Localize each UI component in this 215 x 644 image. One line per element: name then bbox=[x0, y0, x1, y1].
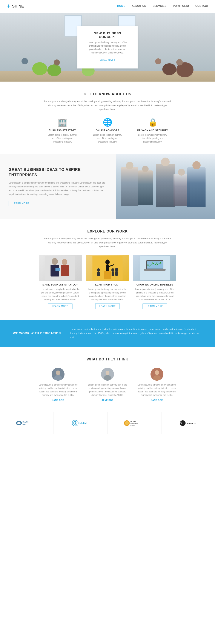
avatar-2-svg bbox=[101, 368, 114, 380]
crowd-person-5 bbox=[187, 167, 205, 207]
card-2-button[interactable]: LEARN MORE bbox=[95, 304, 120, 309]
explore-description: Lorem Ipsum is simply dummy text of the … bbox=[43, 236, 172, 248]
features-row: 🏢 BUSINESS STRATEGY Lorem ipsum is simpl… bbox=[13, 118, 202, 144]
bean-bag-4 bbox=[162, 63, 176, 75]
about-description: Lorem ipsum is simply dummy text of the … bbox=[43, 100, 172, 112]
avatar-2 bbox=[101, 368, 114, 380]
head-2 bbox=[142, 166, 149, 172]
business-section: GREAT BUSINESS IDEAS TO ASPIRE ENTERPRIS… bbox=[0, 154, 215, 219]
head-5 bbox=[192, 161, 200, 169]
business-icon: 🏢 bbox=[46, 118, 79, 127]
partners-row: Dolphin Hotel blufish GLOBAL BUSINESS bbox=[0, 412, 215, 434]
work-card-2: LEAD FROM FRONT Lorem ipsum is simply du… bbox=[86, 255, 129, 309]
work-card-1: MAKE BUSINESS STRATEGY Lorem ipsum is si… bbox=[39, 255, 82, 309]
svg-rect-16 bbox=[97, 272, 100, 276]
testimonial-3-name: JANE DOE bbox=[135, 399, 178, 402]
business-title: GREAT BUSINESS IDEAS TO ASPIRE ENTERPRIS… bbox=[9, 167, 108, 178]
card-3-desc: Lorem ipsum is simply dummy text of the … bbox=[133, 288, 176, 302]
svg-rect-9 bbox=[106, 265, 109, 271]
svg-text:vampr·vi: vampr·vi bbox=[187, 422, 196, 424]
person-4 bbox=[155, 58, 161, 64]
nav-about[interactable]: ABOUT US bbox=[132, 4, 146, 8]
svg-point-32 bbox=[155, 370, 159, 375]
testimonial-1: Lorem ipsum is simply dummy text of the … bbox=[37, 368, 80, 402]
svg-point-30 bbox=[104, 375, 111, 380]
banner-description: Lorem ipsum is simply dummy text of the … bbox=[69, 327, 202, 339]
card-1-title: MAKE BUSINESS STRATEGY bbox=[39, 283, 82, 286]
hero-cta-button[interactable]: KNOW MORE bbox=[96, 58, 120, 63]
avatar-3-svg bbox=[150, 368, 163, 380]
testimonials-row: Lorem ipsum is simply dummy text of the … bbox=[13, 368, 202, 402]
business-people-svg bbox=[45, 256, 75, 280]
svg-text:$: $ bbox=[156, 262, 158, 266]
business-text: GREAT BUSINESS IDEAS TO ASPIRE ENTERPRIS… bbox=[0, 154, 116, 219]
svg-point-26 bbox=[56, 370, 60, 375]
testimonial-2-text: Lorem ipsum is simply dummy text of the … bbox=[86, 383, 129, 397]
crowd-person-1 bbox=[121, 167, 138, 206]
svg-point-35 bbox=[17, 422, 21, 424]
avatar-1 bbox=[52, 368, 65, 380]
nav-home[interactable]: HOME bbox=[117, 4, 125, 8]
nav-services[interactable]: SERVICES bbox=[153, 4, 166, 8]
person-5 bbox=[176, 59, 183, 66]
partner-blufish: blufish bbox=[54, 412, 108, 434]
svg-text:Hotel: Hotel bbox=[23, 424, 27, 425]
banner-title: WE WORK WITH DEDICATION bbox=[13, 332, 61, 335]
feature-2-title: ONLINE ADVISORS bbox=[91, 129, 124, 132]
feature-1-desc: Lorem ipsum is simply dummy text of the … bbox=[46, 133, 79, 144]
head-3 bbox=[161, 158, 170, 166]
logo[interactable]: ✦ SHINE bbox=[7, 4, 24, 9]
crowd-person-2 bbox=[138, 170, 153, 205]
bean-bag-2 bbox=[47, 64, 61, 76]
business-description: Lorem ipsum is simply dummy text of the … bbox=[9, 181, 108, 196]
vampr-svg: V vampr·vi bbox=[178, 419, 198, 428]
testimonials-section: WHAT DO THEY THINK Lorem ipsum is simply… bbox=[0, 347, 215, 412]
nav-portfolio[interactable]: PORTFOLIO bbox=[173, 4, 189, 8]
blue-banner: WE WORK WITH DEDICATION Lorem ipsum is s… bbox=[0, 320, 215, 347]
hero-description: Lorem Ipsum is simply dummy text of the … bbox=[86, 41, 129, 54]
svg-rect-5 bbox=[56, 268, 60, 271]
head-4 bbox=[178, 169, 185, 176]
svg-point-3 bbox=[62, 259, 67, 265]
svg-point-29 bbox=[106, 371, 109, 375]
business-learn-more-button[interactable]: LEARN MORE bbox=[9, 201, 33, 206]
testimonial-3-text: Lorem ipsum is simply dummy text of the … bbox=[135, 383, 178, 397]
crowd-person-3 bbox=[156, 164, 175, 207]
logo-icon: ✦ bbox=[7, 4, 10, 9]
svg-text:V: V bbox=[180, 422, 182, 424]
feature-3-title: PRIVACY AND SECURITY bbox=[136, 129, 169, 132]
feature-3-desc: Lorem ipsum is simply dummy text of the … bbox=[136, 133, 169, 144]
blufish-svg: blufish bbox=[71, 419, 90, 428]
hero-box: NEW BUSINESS CONCEPT Lorem Ipsum is simp… bbox=[77, 26, 138, 68]
nav-contact[interactable]: CONTACT bbox=[195, 4, 208, 8]
svg-text:$: $ bbox=[147, 263, 149, 266]
person-2 bbox=[54, 60, 60, 66]
svg-rect-18 bbox=[144, 269, 165, 271]
globe-icon: 🌐 bbox=[91, 118, 124, 127]
global-svg: GLOBAL BUSINESS ELITE bbox=[123, 419, 146, 428]
svg-point-13 bbox=[115, 268, 118, 271]
card-1-button[interactable]: LEARN MORE bbox=[48, 304, 72, 309]
card-2-desc: Lorem ipsum is simply dummy text of the … bbox=[86, 288, 129, 302]
avatar-1-svg bbox=[52, 368, 65, 380]
card-1-desc: Lorem ipsum is simply dummy text of the … bbox=[39, 288, 82, 302]
svg-rect-4 bbox=[61, 265, 69, 276]
svg-text:BUSINESS: BUSINESS bbox=[130, 423, 138, 424]
feature-1-title: BUSINESS STRATEGY bbox=[46, 129, 79, 132]
feature-2-desc: Lorem ipsum is simply dummy text of the … bbox=[91, 133, 124, 144]
svg-point-45 bbox=[125, 421, 129, 425]
about-section: GET TO KNOW ABOUT US Lorem ipsum is simp… bbox=[0, 82, 215, 154]
testimonial-2-name: JANE DOE bbox=[86, 399, 129, 402]
logo-text: SHINE bbox=[12, 4, 24, 8]
lock-icon: 🔒 bbox=[136, 118, 169, 127]
feature-online: 🌐 ONLINE ADVISORS Lorem ipsum is simply … bbox=[91, 118, 124, 144]
card-3-title: GROWING ONLINE BUSINESS bbox=[133, 283, 176, 286]
svg-rect-14 bbox=[115, 271, 118, 276]
svg-point-33 bbox=[153, 375, 161, 380]
card-2-title: LEAD FROM FRONT bbox=[86, 283, 129, 286]
svg-rect-7 bbox=[104, 271, 111, 279]
card-3-button[interactable]: LEARN MORE bbox=[143, 304, 167, 309]
svg-point-15 bbox=[97, 268, 100, 272]
leader-svg bbox=[92, 256, 123, 280]
person-1 bbox=[22, 58, 28, 64]
